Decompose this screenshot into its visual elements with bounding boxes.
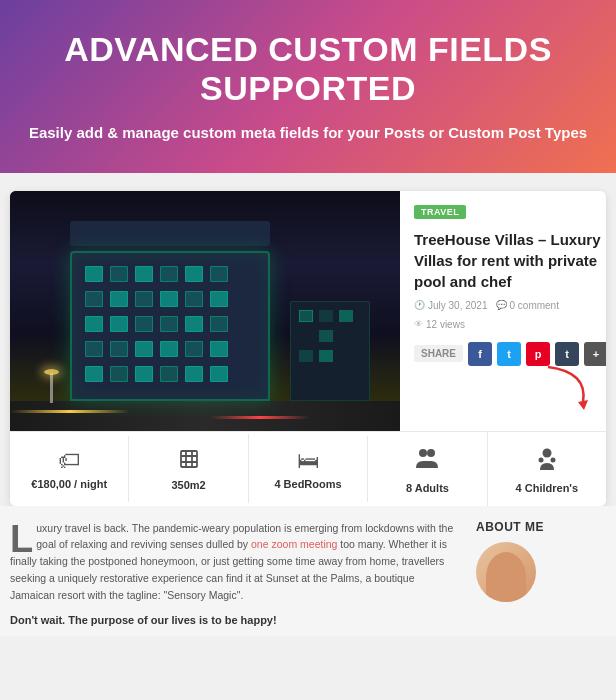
- svg-point-8: [542, 448, 551, 457]
- size-label: 350m2: [171, 479, 205, 491]
- svg-point-10: [550, 457, 555, 462]
- share-label: SHARE: [414, 345, 463, 362]
- feature-adults: 8 Adults: [368, 432, 487, 506]
- arrow-icon: [538, 362, 598, 412]
- price-label: €180,00 / night: [31, 478, 107, 490]
- post-comments: 💬 0 comment: [496, 300, 559, 311]
- post-card: TRAVEL TreeHouse Villas – Luxury Villas …: [10, 191, 606, 506]
- post-date: 🕐 July 30, 2021: [414, 300, 488, 311]
- adults-icon: [414, 446, 440, 476]
- post-top-area: TRAVEL TreeHouse Villas – Luxury Villas …: [10, 191, 606, 431]
- children-label: 4 Children's: [516, 482, 579, 494]
- svg-point-7: [427, 449, 435, 457]
- post-info-panel: TRAVEL TreeHouse Villas – Luxury Villas …: [400, 191, 606, 431]
- article-body: L uxury travel is back. The pandemic-wea…: [10, 520, 462, 604]
- children-icon: [534, 446, 560, 476]
- post-meta: 🕐 July 30, 2021 💬 0 comment 👁 12 views: [414, 300, 606, 330]
- article-text: L uxury travel is back. The pandemic-wea…: [10, 520, 476, 626]
- bedrooms-label: 4 BedRooms: [274, 478, 341, 490]
- avatar: [476, 542, 536, 602]
- hero-title: ADVANCED CUSTOM FIELDS SUPPORTED: [20, 30, 596, 108]
- facebook-share-button[interactable]: f: [468, 342, 492, 366]
- feature-size: 350m2: [129, 434, 248, 503]
- comment-icon: 💬: [496, 300, 507, 310]
- post-views: 👁 12 views: [414, 319, 465, 330]
- feature-children: 4 Children's: [488, 432, 606, 506]
- post-title: TreeHouse Villas – Luxury Villas for ren…: [414, 229, 606, 292]
- about-sidebar: ABOUT ME: [476, 520, 606, 626]
- svg-marker-0: [578, 400, 588, 410]
- bed-icon: 🛏: [297, 450, 319, 472]
- adults-label: 8 Adults: [406, 482, 449, 494]
- bottom-content: L uxury travel is back. The pandemic-wea…: [0, 506, 616, 636]
- svg-rect-1: [181, 451, 197, 467]
- size-icon: [178, 448, 200, 473]
- price-icon: 🏷: [58, 450, 80, 472]
- drop-cap: L: [10, 520, 33, 554]
- svg-point-6: [419, 449, 427, 457]
- article-link[interactable]: one zoom meeting: [251, 538, 337, 550]
- category-badge[interactable]: TRAVEL: [414, 205, 466, 219]
- feature-price: 🏷 €180,00 / night: [10, 436, 129, 502]
- article-tagline: Don't wait. The purpose of our lives is …: [10, 614, 462, 626]
- feature-bedrooms: 🛏 4 BedRooms: [249, 436, 368, 502]
- twitter-share-button[interactable]: t: [497, 342, 521, 366]
- clock-icon: 🕐: [414, 300, 425, 310]
- arrow-annotation: [414, 372, 606, 402]
- svg-point-9: [538, 457, 543, 462]
- about-me-title: ABOUT ME: [476, 520, 606, 534]
- post-featured-image: [10, 191, 400, 431]
- hero-section: ADVANCED CUSTOM FIELDS SUPPORTED Easily …: [0, 0, 616, 173]
- hero-subtitle: Easily add & manage custom meta fields f…: [20, 122, 596, 145]
- feature-strip: 🏷 €180,00 / night 350m2 🛏 4 BedRooms: [10, 431, 606, 506]
- eye-icon: 👁: [414, 319, 423, 329]
